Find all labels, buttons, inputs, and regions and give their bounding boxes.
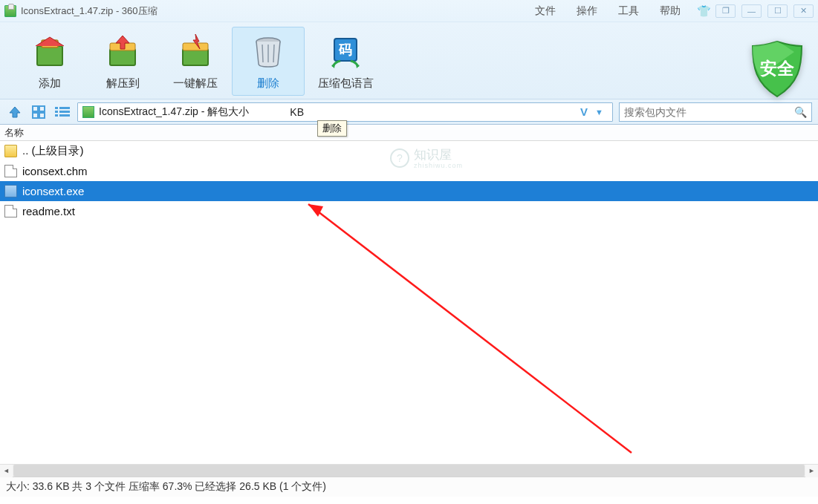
file-name: readme.txt: [22, 205, 75, 217]
delete-tooltip: 删除: [317, 120, 347, 137]
one-click-extract-button[interactable]: 一键解压: [159, 27, 232, 96]
feedback-button[interactable]: ❐: [715, 4, 736, 18]
safe-shield: 安全: [745, 37, 809, 101]
exe-icon: [4, 185, 17, 197]
window-controls: ❐ — ☐ ✕: [715, 4, 814, 18]
file-list: ? 知识屋 zhishiwu.com .. (上级目录) iconsext.ch…: [0, 141, 818, 464]
svg-rect-4: [183, 49, 208, 65]
svg-rect-22: [59, 111, 70, 113]
delete-label: 删除: [233, 76, 304, 91]
column-name: 名称: [4, 126, 24, 140]
close-button[interactable]: ✕: [793, 4, 814, 18]
location-box[interactable]: IconsExtract_1.47.zip - 解包大小 KB 删除 V ▼: [77, 102, 613, 122]
svg-rect-5: [183, 43, 208, 50]
search-icon[interactable]: 🔍: [794, 106, 807, 118]
package-language-button[interactable]: 码 压缩包语言: [305, 27, 386, 96]
svg-rect-23: [55, 114, 58, 117]
archive-icon: [82, 106, 94, 118]
svg-rect-20: [59, 107, 70, 109]
document-icon: [4, 165, 17, 177]
column-header[interactable]: 名称: [0, 125, 818, 141]
svg-rect-17: [33, 113, 38, 118]
svg-rect-24: [59, 114, 70, 117]
extract-to-button[interactable]: 解压到: [86, 27, 159, 96]
scroll-thumb[interactable]: [13, 465, 805, 477]
add-icon: [29, 30, 71, 72]
add-button[interactable]: 添加: [13, 27, 86, 96]
maximize-button[interactable]: ☐: [767, 4, 788, 18]
svg-line-7: [262, 45, 263, 62]
file-row[interactable]: iconsext.chm: [0, 161, 818, 181]
file-row[interactable]: readme.txt: [0, 201, 818, 221]
package-language-label: 压缩包语言: [305, 76, 386, 91]
menu-bar: 文件 操作 工具 帮助: [535, 4, 692, 18]
app-icon: [4, 5, 16, 17]
location-row: IconsExtract_1.47.zip - 解包大小 KB 删除 V ▼ 🔍: [0, 99, 818, 125]
title-bar: IconsExtract_1.47.zip - 360压缩 文件 操作 工具 帮…: [0, 0, 818, 22]
up-button[interactable]: [6, 103, 24, 121]
package-language-icon: 码: [325, 30, 366, 72]
extract-to-label: 解压到: [87, 76, 158, 91]
delete-icon: [247, 30, 289, 72]
window-title: IconsExtract_1.47.zip - 360压缩: [21, 4, 158, 18]
svg-rect-15: [33, 106, 38, 111]
svg-line-25: [308, 204, 632, 453]
location-text-before: IconsExtract_1.47.zip - 解包大小: [99, 105, 249, 119]
view-mode-button[interactable]: V: [577, 105, 591, 118]
status-text: 大小: 33.6 KB 共 3 个文件 压缩率 67.3% 已经选择 26.5 …: [6, 480, 326, 494]
svg-text:安全: 安全: [760, 59, 795, 78]
view-thumbnails-button[interactable]: [30, 103, 48, 121]
svg-rect-19: [55, 107, 58, 109]
folder-icon: [4, 145, 17, 157]
red-arrow-annotation: [186, 186, 646, 468]
scroll-right-button[interactable]: ►: [805, 465, 818, 477]
one-click-extract-label: 一键解压: [160, 76, 231, 91]
svg-rect-2: [110, 49, 135, 65]
svg-rect-21: [55, 111, 58, 113]
file-name: .. (上级目录): [22, 144, 84, 158]
document-icon: [4, 205, 17, 217]
delete-button[interactable]: 删除: [232, 27, 305, 96]
search-input[interactable]: [624, 106, 794, 118]
file-name: iconsext.chm: [22, 165, 88, 177]
one-click-extract-icon: [175, 30, 216, 72]
view-list-button[interactable]: [53, 103, 71, 121]
scroll-left-button[interactable]: ◄: [0, 465, 13, 477]
svg-line-9: [273, 45, 274, 62]
extract-to-icon: [102, 30, 143, 72]
add-label: 添加: [14, 76, 85, 91]
menu-help[interactable]: 帮助: [660, 4, 681, 18]
svg-rect-18: [39, 113, 45, 118]
search-box[interactable]: 🔍: [619, 102, 812, 122]
horizontal-scrollbar[interactable]: ◄ ►: [0, 464, 818, 477]
menu-file[interactable]: 文件: [535, 4, 556, 18]
status-bar: 大小: 33.6 KB 共 3 个文件 压缩率 67.3% 已经选择 26.5 …: [0, 477, 818, 497]
file-row-selected[interactable]: iconsext.exe: [0, 181, 818, 201]
location-dropdown[interactable]: ▼: [591, 108, 608, 117]
minimize-button[interactable]: —: [741, 4, 762, 18]
skin-icon[interactable]: 👕: [696, 4, 711, 18]
svg-rect-16: [39, 106, 45, 111]
location-text-after: KB: [290, 106, 304, 118]
parent-folder-row[interactable]: .. (上级目录): [0, 141, 818, 161]
svg-rect-0: [37, 46, 62, 65]
toolbar: 添加 解压到 一键解压 删除 码 压缩包语言 安全: [0, 22, 818, 99]
menu-operation[interactable]: 操作: [577, 4, 597, 18]
file-name: iconsext.exe: [22, 185, 84, 197]
svg-text:码: 码: [338, 42, 352, 57]
menu-tools[interactable]: 工具: [618, 4, 639, 18]
